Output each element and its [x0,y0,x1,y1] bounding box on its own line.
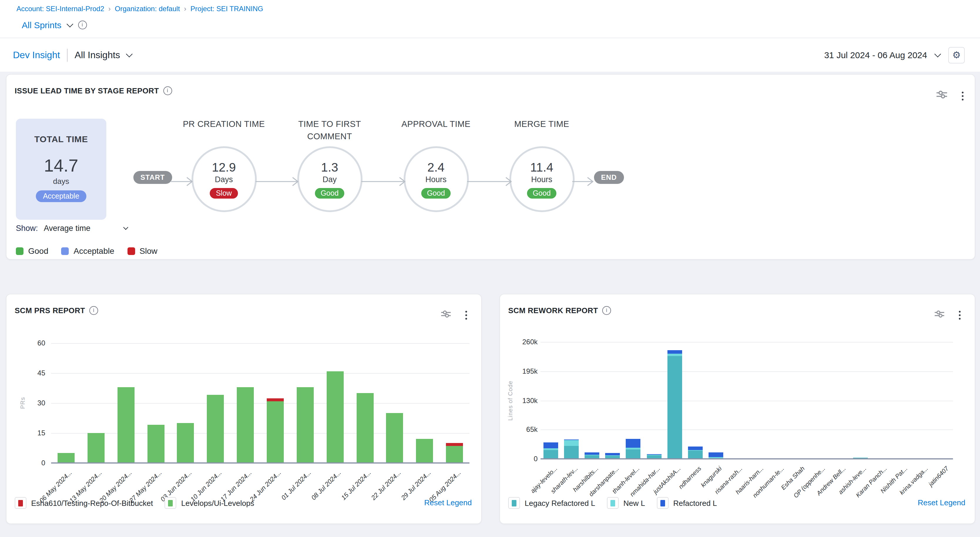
bar-segment-levelops-ui-levelops[interactable] [207,395,224,463]
stage-pr-creation-time[interactable]: PR CREATION TIME 12.9 Days Slow [174,118,274,212]
bar-segment-levelops-ui-levelops[interactable] [446,446,463,463]
bar-segment-levelops-ui-levelops[interactable] [326,371,344,463]
scm-prs-panel: SCM PRS REPORT i 015304560PRs06 May 2024… [6,294,482,524]
bar-segment-new-l[interactable] [688,450,703,450]
insight-selector[interactable]: All Insights [75,50,120,60]
bar-segment-levelops-ui-levelops[interactable] [57,453,75,463]
x-tick-label: haaris-harn... [721,465,764,508]
bar-segment-refactored-l[interactable] [605,453,620,455]
bar-segment-levelops-ui-levelops[interactable] [267,401,284,463]
bar-segment-new-l[interactable] [626,448,641,450]
flow-end-pill: END [594,171,624,184]
x-axis-baseline [51,462,469,464]
legend-item-refactored[interactable]: Refactored L [657,497,717,509]
bar-segment-levelops-ui-levelops[interactable] [356,393,373,463]
bar-segment-new-l[interactable] [647,455,661,455]
bar-segment-levelops-ui-levelops[interactable] [297,387,314,463]
stage-circle[interactable]: 1.3 Day Good [297,146,362,212]
bar-segment-legacy-refactored-l[interactable] [688,450,703,459]
bar-segment-legacy-refactored-l[interactable] [564,446,579,459]
info-icon[interactable]: i [78,21,87,29]
legend-item-slow[interactable]: Slow [127,246,158,256]
chevron-down-icon[interactable] [934,51,941,57]
breadcrumb-project[interactable]: Project: SEI TRAINING [190,5,263,13]
y-axis-title: PRs [19,368,26,438]
bar-segment-refactored-l[interactable] [647,454,661,455]
chevron-down-icon[interactable] [123,225,128,230]
y-tick-label: 0 [507,455,538,463]
prs-bar-chart: 015304560PRs06 May 2024...13 May 2024...… [6,294,481,523]
legend-swatch [657,497,668,509]
bar-segment-levelops-ui-levelops[interactable] [88,433,105,463]
breadcrumb-account[interactable]: Account: SEI-Internal-Prod2 [16,5,104,13]
bar-segment-levelops-ui-levelops[interactable] [237,387,254,463]
info-icon[interactable]: i [163,86,172,95]
y-tick-label: 260k [507,338,538,346]
bar-segment-refactored-l[interactable] [626,438,641,448]
scm-rework-panel: SCM REWORK REPORT i 065k130k195k260kLine… [500,294,975,524]
bar-segment-legacy-refactored-l[interactable] [667,356,682,459]
stage-circle[interactable]: 12.9 Days Slow [191,146,256,212]
stage-name: TIME TO FIRST COMMENT [280,118,380,143]
legend-item-esha610-repo[interactable]: Esha610/Testing-Repo-Of-Bitbucket [15,497,153,509]
bar-segment-levelops-ui-levelops[interactable] [147,425,164,463]
reset-legend-link[interactable]: Reset Legend [424,498,472,507]
x-tick-label: nonhuman-le... [742,465,785,508]
stage-time-to-first-comment[interactable]: TIME TO FIRST COMMENT 1.3 Day Good [280,118,380,212]
x-axis-baseline [541,458,953,459]
bar-segment-new-l[interactable] [564,440,579,446]
bar-segment-refactored-l[interactable] [544,442,558,448]
bar-segment-levelops-ui-levelops[interactable] [416,439,433,463]
lead-time-legend: Good Acceptable Slow [16,246,158,256]
filter-sliders-icon[interactable] [936,90,948,102]
stage-approval-time[interactable]: APPROVAL TIME 2.4 Hours Good [386,118,486,212]
legend-item-good[interactable]: Good [16,246,48,256]
bar-segment-legacy-refactored-l[interactable] [544,450,558,459]
bar-segment-new-l[interactable] [585,454,600,455]
bar-segment-refactored-l[interactable] [688,446,703,450]
bar-segment-new-l[interactable] [544,448,558,450]
legend-label: New L [624,499,645,507]
bar-segment-levelops-ui-levelops[interactable] [117,387,134,463]
chevron-down-icon[interactable] [126,51,133,57]
stage-circle[interactable]: 2.4 Hours Good [403,146,469,212]
breadcrumb-separator: › [108,5,111,13]
legend-item-legacy-refactored[interactable]: Legacy Refactored L [508,497,595,509]
dev-insight-link[interactable]: Dev Insight [13,50,60,60]
y-tick-label: 60 [17,339,45,347]
sprint-selector-label[interactable]: All Sprints [22,20,61,30]
flow-start-pill: START [134,171,172,184]
date-range-selector[interactable]: 31 Jul 2024 - 06 Aug 2024 [824,50,927,60]
bar-segment-refactored-l[interactable] [667,350,682,354]
bar-segment-new-l[interactable] [667,354,682,356]
bar-segment-esha610-testing-repo-of-bitbucket[interactable] [446,443,463,446]
legend-swatch [16,247,24,255]
legend-item-acceptable[interactable]: Acceptable [61,246,115,256]
legend-item-levelops-ui[interactable]: Levelops/Ui-Levelops [165,497,255,509]
grid-line [541,342,953,343]
bar-segment-levelops-ui-levelops[interactable] [177,423,194,463]
legend-item-new[interactable]: New L [607,497,645,509]
settings-button[interactable]: ⚙ [948,47,965,63]
kebab-menu-icon[interactable] [961,90,965,101]
sprint-selector[interactable]: All Sprints i [22,20,87,30]
bar-segment-refactored-l[interactable] [585,452,600,454]
bar-segment-refactored-l[interactable] [709,453,723,458]
show-dropdown[interactable]: Show: Average time [16,224,127,233]
total-time-status-badge: Acceptable [36,191,86,202]
bar-segment-esha610-testing-repo-of-bitbucket[interactable] [267,398,284,401]
breadcrumb-organization[interactable]: Organization: default [115,5,180,13]
flow-arrow [572,176,593,187]
stage-merge-time[interactable]: MERGE TIME 11.4 Hours Good [492,118,592,212]
stage-circle[interactable]: 11.4 Hours Good [509,146,574,212]
bar-segment-legacy-refactored-l[interactable] [626,450,641,459]
reset-legend-link[interactable]: Reset Legend [918,498,965,507]
stage-name: APPROVAL TIME [386,118,486,143]
show-value[interactable]: Average time [44,224,91,233]
bar-segment-refactored-l[interactable] [564,440,579,440]
bar-segment-new-l[interactable] [605,455,620,456]
chevron-down-icon[interactable] [67,21,73,27]
stage-unit: Hours [425,175,447,184]
grid-line [51,433,469,434]
bar-segment-levelops-ui-levelops[interactable] [386,413,403,463]
